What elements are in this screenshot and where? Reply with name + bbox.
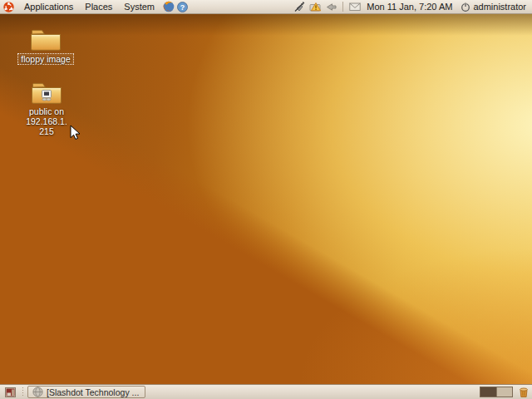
- shared-folder-icon: [30, 80, 63, 106]
- show-desktop-button[interactable]: [2, 386, 18, 398]
- arrow-left-icon[interactable]: [326, 1, 337, 12]
- top-panel: Applications Places System ?: [0, 0, 532, 14]
- menu-applications[interactable]: Applications: [18, 0, 79, 13]
- firefox-launcher-icon[interactable]: [163, 1, 175, 12]
- user-switcher[interactable]: administrator: [458, 2, 529, 12]
- power-icon: [461, 2, 470, 12]
- share-emblem: [42, 91, 52, 101]
- network-offline-icon[interactable]: [293, 1, 305, 12]
- icon-label-line2: 215: [39, 126, 54, 136]
- taskbar-window-button[interactable]: [Slashdot Technology ...: [27, 386, 145, 398]
- icon-label-line1: public on 192.168.1.: [26, 106, 67, 126]
- tray-separator: [342, 2, 343, 12]
- update-warning-icon[interactable]: [309, 1, 322, 12]
- folder-icon: [29, 27, 62, 52]
- system-tray: Mon 11 Jan, 7:20 AM administrator: [293, 1, 529, 12]
- workspace-switcher: [480, 387, 513, 397]
- ubuntu-logo-icon: [3, 1, 14, 12]
- workspace-2[interactable]: [496, 387, 512, 397]
- desktop-icon-floppy-image[interactable]: floppy image: [13, 27, 78, 65]
- menu-places[interactable]: Places: [79, 0, 118, 13]
- window-app-icon: [32, 387, 43, 397]
- clock[interactable]: Mon 11 Jan, 7:20 AM: [365, 2, 454, 12]
- trash-applet-icon[interactable]: [517, 386, 530, 399]
- menu-system[interactable]: System: [118, 0, 160, 13]
- help-launcher-icon[interactable]: ?: [177, 1, 188, 12]
- mouse-cursor: [70, 125, 81, 144]
- bottom-panel: [Slashdot Technology ...: [0, 384, 532, 399]
- desktop-wallpaper[interactable]: floppy image public on 192.168.1.: [0, 14, 532, 384]
- workspace-1[interactable]: [480, 387, 496, 397]
- window-list-handle[interactable]: [21, 387, 25, 397]
- user-name: administrator: [473, 2, 526, 12]
- help-glyph: ?: [180, 2, 185, 11]
- icon-label: floppy image: [17, 53, 74, 65]
- window-title: [Slashdot Technology ...: [47, 387, 139, 397]
- mail-notification-icon[interactable]: [349, 1, 361, 12]
